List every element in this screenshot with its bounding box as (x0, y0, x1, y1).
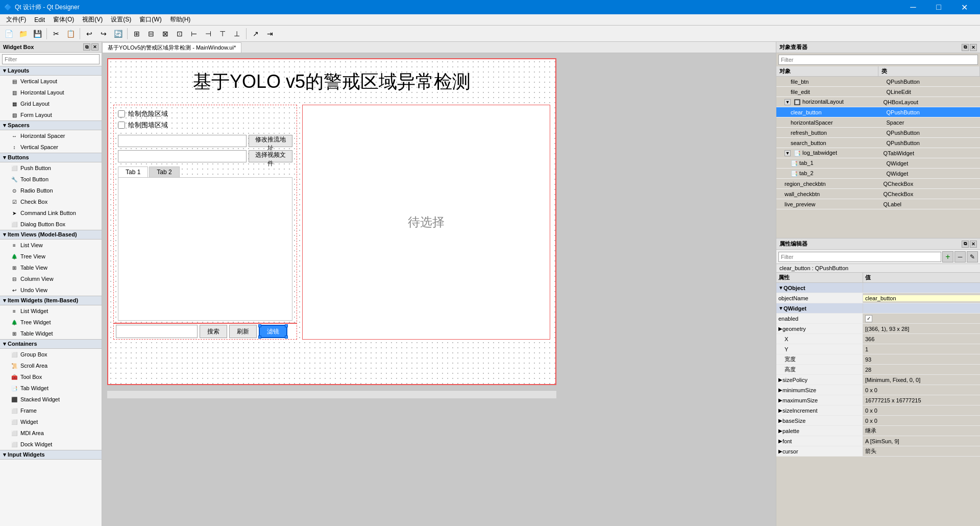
widget-form-layout[interactable]: ▧ Form Layout (0, 109, 102, 121)
search-input[interactable] (116, 325, 198, 338)
widget-tree-view[interactable]: 🌲 Tree View (0, 251, 102, 262)
enabled-checkbox[interactable]: ✓ (865, 315, 872, 322)
widget-horizontal-layout[interactable]: ▥ Horizontal Layout (0, 87, 102, 98)
toolbar-copy[interactable]: 📋 (64, 27, 77, 40)
prop-add-btn[interactable]: + (942, 251, 953, 262)
tree-row-clear-button[interactable]: clear_button QPushButton (776, 107, 980, 117)
widget-tool-box[interactable]: 🧰 Tool Box (0, 371, 102, 382)
toolbar-layout1[interactable]: ⊞ (130, 27, 143, 40)
toolbar-pointer[interactable]: ↗ (249, 27, 262, 40)
widget-frame[interactable]: ⬜ Frame (0, 405, 102, 416)
tab-item-2[interactable]: Tab 2 (149, 166, 179, 177)
toolbar-undo[interactable]: ↩ (83, 27, 96, 40)
toolbar-cut[interactable]: ✂ (50, 27, 63, 40)
minimize-button[interactable]: ─ (901, 0, 925, 14)
widget-list-widget[interactable]: ≡ List Widget (0, 305, 102, 317)
object-filter-input[interactable] (778, 55, 978, 65)
prop-sizepolicy[interactable]: ▶ sizePolicy [Minimum, Fixed, 0, 0] (776, 375, 980, 385)
tree-row-file-btn[interactable]: file_btn QPushButton (776, 77, 980, 87)
tab-item-1[interactable]: Tab 1 (118, 166, 148, 177)
stream-btn[interactable]: 修改推流地址 (249, 135, 292, 147)
widget-dock-widget[interactable]: ⬜ Dock Widget (0, 439, 102, 450)
search-btn[interactable]: 搜索 (200, 325, 227, 338)
widget-list-view[interactable]: ≡ List View (0, 240, 102, 251)
toolbar-new[interactable]: 📄 (2, 27, 15, 40)
widget-box-close[interactable]: ✕ (91, 43, 99, 51)
prop-width[interactable]: 宽度 93 (776, 354, 980, 365)
prop-sizeincrement[interactable]: ▶ sizeIncrement 0 x 0 (776, 405, 980, 416)
toolbar-save[interactable]: 💾 (31, 27, 44, 40)
widget-box-float[interactable]: ⧉ (83, 43, 90, 51)
widget-table-view[interactable]: ⊞ Table View (0, 262, 102, 273)
widget-grid-layout[interactable]: ▦ Grid Layout (0, 98, 102, 109)
category-item-widgets[interactable]: ▾ Item Widgets (Item-Based) (0, 296, 102, 305)
menu-window[interactable]: 窗口(W) (135, 14, 165, 25)
section-qobject[interactable]: ▼ QObject (776, 283, 980, 293)
toolbar-redo[interactable]: ↪ (97, 27, 110, 40)
menu-help[interactable]: 帮助(H) (166, 14, 195, 25)
toolbar-refresh[interactable]: 🔄 (111, 27, 125, 40)
toolbar-layout2[interactable]: ⊟ (144, 27, 158, 40)
widget-undo-view[interactable]: ↩ Undo View (0, 284, 102, 296)
widget-check-box[interactable]: ☑ Check Box (0, 196, 102, 207)
widget-vertical-layout[interactable]: ▤ Vertical Layout (0, 76, 102, 87)
prop-cursor[interactable]: ▶ cursor 箭头 (776, 446, 980, 457)
prop-minsize[interactable]: ▶ minimumSize 0 x 0 (776, 385, 980, 395)
category-containers[interactable]: ▾ Containers (0, 339, 102, 349)
tree-row-tab2[interactable]: 📑 tab_2 QWidget (776, 169, 980, 179)
widget-tool-button[interactable]: 🔧 Tool Button (0, 174, 102, 185)
prop-enabled[interactable]: enabled ✓ (776, 314, 980, 324)
widget-column-view[interactable]: ⊟ Column View (0, 273, 102, 284)
category-item-views[interactable]: ▾ Item Views (Model-Based) (0, 230, 102, 240)
toolbar-open[interactable]: 📁 (16, 27, 30, 40)
widget-horizontal-spacer[interactable]: ↔ Horizontal Spacer (0, 130, 102, 141)
widget-command-link-button[interactable]: ➤ Command Link Button (0, 207, 102, 219)
prop-objectname[interactable]: objectName clear_button (776, 293, 980, 303)
expand-tabwidget[interactable]: ▼ (785, 150, 791, 156)
close-button[interactable]: ✕ (952, 0, 976, 14)
toolbar-layout4[interactable]: ⊡ (173, 27, 186, 40)
prop-y[interactable]: Y 1 (776, 344, 980, 354)
prop-filter-input[interactable] (778, 252, 941, 262)
prop-remove-btn[interactable]: ─ (954, 251, 966, 262)
category-spacers[interactable]: ▾ Spacers (0, 121, 102, 130)
tree-row-refresh[interactable]: refresh_button QPushButton (776, 128, 980, 138)
menu-settings[interactable]: 设置(S) (107, 14, 135, 25)
tree-row-wall[interactable]: wall_checkbtn QCheckBox (776, 189, 980, 199)
prop-font[interactable]: ▶ font A [SimSun, 9] (776, 436, 980, 446)
prop-editor-close[interactable]: ✕ (970, 241, 977, 248)
tree-row-region[interactable]: region_checkbtn QCheckBox (776, 179, 980, 189)
tree-row-search[interactable]: search_button QPushButton (776, 138, 980, 148)
h-scrollbar[interactable] (107, 390, 556, 398)
prop-maxsize[interactable]: ▶ maximumSize 16777215 x 16777215 (776, 395, 980, 405)
prop-editor-float[interactable]: ⧉ (962, 241, 969, 248)
prop-palette[interactable]: ▶ palette 继承 (776, 426, 980, 436)
widget-tab-widget[interactable]: 📑 Tab Widget (0, 382, 102, 394)
tree-row-tabwidget[interactable]: ▼ 📑 log_tabwidget QTabWidget (776, 148, 980, 158)
object-inspector-close[interactable]: ✕ (970, 44, 977, 51)
video-input[interactable] (118, 150, 247, 162)
tree-row-file-edit[interactable]: file_edit QLineEdit (776, 87, 980, 97)
widget-dialog-button-box[interactable]: ⬜ Dialog Button Box (0, 219, 102, 230)
toolbar-layout8[interactable]: ⊥ (230, 27, 243, 40)
toolbar-layout7[interactable]: ⊤ (216, 27, 229, 40)
video-btn[interactable]: 选择视频文件 (249, 150, 292, 162)
designer-canvas[interactable]: 基于YOLO v5的警戒区域异常检测 绘制危险区域 (102, 53, 776, 526)
category-input-widgets[interactable]: ▾ Input Widgets (0, 450, 102, 460)
menu-file[interactable]: 文件(F) (2, 14, 30, 25)
widget-mdi-area[interactable]: ⬜ MDI Area (0, 427, 102, 439)
toolbar-tab[interactable]: ⇥ (263, 27, 277, 40)
toolbar-layout6[interactable]: ⊣ (202, 27, 215, 40)
maximize-button[interactable]: □ (927, 0, 950, 14)
stream-input[interactable] (118, 135, 247, 147)
toolbar-layout3[interactable]: ⊠ (159, 27, 172, 40)
section-qwidget[interactable]: ▼ QWidget (776, 303, 980, 314)
widget-box-filter[interactable] (2, 54, 100, 64)
prop-basesize[interactable]: ▶ baseSize 0 x 0 (776, 416, 980, 426)
widget-radio-button[interactable]: ⊙ Radio Button (0, 185, 102, 196)
menu-view[interactable]: 视图(V) (78, 14, 107, 25)
widget-scroll-area[interactable]: 📜 Scroll Area (0, 360, 102, 371)
designer-tab-item[interactable]: 基于YOLOv5的警戒区域异常检测 - MainWindow.ui* (102, 42, 241, 53)
tree-row-tab1[interactable]: 📑 tab_1 QWidget (776, 158, 980, 169)
widget-table-widget[interactable]: ⊞ Table Widget (0, 328, 102, 339)
